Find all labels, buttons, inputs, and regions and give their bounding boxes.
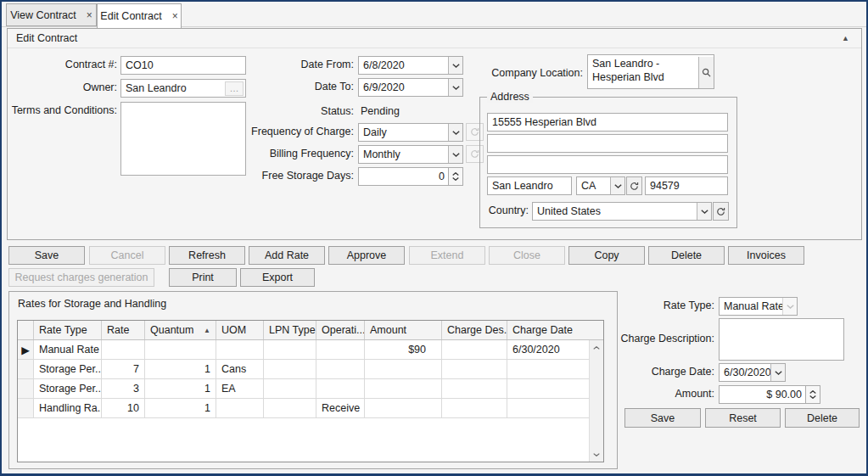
amount-stepper[interactable]: $ 90.00 bbox=[719, 385, 820, 404]
print-button[interactable]: Print bbox=[169, 268, 237, 287]
chevron-down-icon[interactable] bbox=[448, 146, 462, 163]
charge-date-select[interactable]: 6/30/2020 bbox=[719, 363, 786, 382]
chevron-down-icon[interactable] bbox=[448, 79, 462, 96]
chevron-down-icon[interactable] bbox=[770, 364, 785, 381]
state-select[interactable]: CA bbox=[576, 176, 625, 195]
panel-title: Edit Contract bbox=[16, 32, 77, 44]
column-header-operation[interactable]: Operati... bbox=[316, 321, 365, 339]
zip-value: 94579 bbox=[650, 180, 727, 192]
table-row[interactable]: Storage Per... 7 1 Cans bbox=[18, 360, 603, 379]
address-line3-input[interactable] bbox=[487, 155, 728, 174]
column-header-rate-type[interactable]: Rate Type bbox=[34, 321, 102, 339]
column-header-amount[interactable]: Amount bbox=[365, 321, 442, 339]
contract-number-input[interactable]: CO10 bbox=[120, 56, 246, 75]
address-groupbox-title: Address bbox=[487, 92, 533, 103]
add-rate-button[interactable]: Add Rate bbox=[249, 246, 325, 265]
column-header-lpn-type[interactable]: LPN Type bbox=[264, 321, 316, 339]
free-storage-days-stepper[interactable]: 0 bbox=[358, 167, 463, 186]
billing-frequency-value: Monthly bbox=[363, 148, 448, 160]
rate-type-label: Rate Type: bbox=[597, 297, 714, 315]
delete-button[interactable]: Delete bbox=[648, 246, 725, 265]
contract-number-value: CO10 bbox=[126, 59, 245, 71]
cell-operation: Receive bbox=[316, 399, 365, 417]
rate-type-select[interactable]: Manual Rate bbox=[719, 297, 798, 316]
tab-label: Edit Contract bbox=[100, 10, 161, 22]
address-line1-input[interactable]: 15555 Hesperian Blvd bbox=[487, 113, 728, 132]
chevron-down-icon[interactable] bbox=[610, 177, 624, 194]
column-header-charge-description[interactable]: Charge Des... bbox=[442, 321, 507, 339]
invoices-button[interactable]: Invoices bbox=[728, 246, 804, 265]
chevron-down-icon bbox=[809, 395, 816, 399]
country-select[interactable]: United States bbox=[532, 202, 712, 221]
approve-button[interactable]: Approve bbox=[328, 246, 405, 265]
cell-lpn-type bbox=[264, 399, 316, 417]
spinner-buttons[interactable] bbox=[805, 386, 820, 403]
rate-save-button[interactable]: Save bbox=[624, 408, 701, 428]
scroll-down-icon[interactable] bbox=[590, 447, 603, 462]
collapse-icon[interactable]: ▲ bbox=[842, 34, 849, 42]
cell-rate: 3 bbox=[102, 379, 145, 398]
refresh-button[interactable]: Refresh bbox=[169, 246, 245, 265]
extend-button[interactable]: Extend bbox=[409, 246, 485, 265]
cell-charge-description bbox=[442, 399, 507, 417]
search-icon[interactable] bbox=[698, 57, 714, 88]
table-row[interactable]: Storage Per... 3 1 EA bbox=[18, 379, 603, 399]
cell-rate-type: Storage Per... bbox=[34, 360, 102, 378]
close-icon[interactable]: × bbox=[172, 11, 178, 21]
chevron-up-icon bbox=[809, 390, 816, 394]
save-button[interactable]: Save bbox=[8, 246, 85, 265]
cell-charge-description bbox=[442, 340, 507, 359]
date-to-select[interactable]: 6/9/2020 bbox=[358, 78, 463, 97]
terms-textarea[interactable] bbox=[120, 102, 246, 176]
date-from-select[interactable]: 6/8/2020 bbox=[358, 56, 463, 75]
rate-delete-button[interactable]: Delete bbox=[785, 408, 860, 428]
country-label: Country: bbox=[473, 202, 529, 220]
cell-rate-type: Handling Ra... bbox=[34, 399, 102, 417]
refresh-icon[interactable] bbox=[626, 176, 642, 195]
request-charges-generation-button[interactable]: Request charges generation bbox=[8, 268, 154, 287]
ellipsis-browse-icon[interactable]: … bbox=[225, 81, 244, 96]
column-header-quantum[interactable]: Quantum ▲ bbox=[145, 321, 216, 339]
table-row[interactable]: ▶ Manual Rate $90 6/30/2020 bbox=[18, 340, 603, 360]
charge-date-label: Charge Date: bbox=[597, 363, 714, 381]
rate-reset-button[interactable]: Reset bbox=[705, 408, 781, 428]
contract-number-label: Contract #: bbox=[17, 56, 117, 74]
address-line2-input[interactable] bbox=[487, 134, 728, 153]
chevron-down-icon[interactable] bbox=[697, 203, 711, 220]
company-location-input[interactable]: San Leandro - Hesperian Blvd bbox=[587, 54, 714, 89]
cell-uom bbox=[216, 340, 264, 359]
owner-input[interactable]: San Leandro … bbox=[120, 79, 246, 98]
amount-value: $ 90.00 bbox=[724, 389, 805, 400]
selected-row-marker-icon: ▶ bbox=[18, 340, 34, 359]
copy-button[interactable]: Copy bbox=[568, 246, 645, 265]
charge-description-textarea[interactable] bbox=[719, 318, 844, 361]
tab-edit-contract[interactable]: Edit Contract × bbox=[97, 3, 182, 28]
rate-type-value: Manual Rate bbox=[724, 300, 782, 312]
cancel-button[interactable]: Cancel bbox=[89, 246, 165, 265]
spinner-buttons[interactable] bbox=[448, 168, 462, 185]
close-button[interactable]: Close bbox=[489, 246, 565, 265]
close-icon[interactable]: × bbox=[87, 10, 92, 20]
tab-view-contract[interactable]: View Contract × bbox=[6, 3, 97, 26]
zip-input[interactable]: 94579 bbox=[645, 176, 728, 195]
cell-charge-description bbox=[442, 379, 507, 398]
chevron-down-icon bbox=[452, 177, 459, 181]
free-storage-days-value: 0 bbox=[363, 171, 448, 182]
cell-quantum: 1 bbox=[145, 399, 216, 417]
city-value: San Leandro bbox=[492, 180, 571, 192]
table-row[interactable]: Handling Ra... 10 1 Receive bbox=[18, 399, 603, 418]
billing-frequency-select[interactable]: Monthly bbox=[358, 145, 463, 164]
column-header-uom[interactable]: UOM bbox=[216, 321, 264, 339]
frequency-of-charge-select[interactable]: Daily bbox=[358, 123, 463, 142]
chevron-down-icon[interactable] bbox=[448, 57, 462, 74]
chevron-up-icon bbox=[452, 172, 459, 176]
export-button[interactable]: Export bbox=[240, 268, 315, 287]
city-input[interactable]: San Leandro bbox=[487, 176, 572, 195]
chevron-down-icon[interactable] bbox=[448, 124, 462, 141]
refresh-icon[interactable] bbox=[713, 202, 729, 221]
date-from-label: Date From: bbox=[252, 56, 354, 74]
column-header-charge-date[interactable]: Charge Date bbox=[507, 321, 603, 339]
column-header-rate[interactable]: Rate bbox=[102, 321, 145, 339]
terms-label: Terms and Conditions: bbox=[7, 102, 117, 120]
cell-charge-description bbox=[442, 360, 507, 378]
